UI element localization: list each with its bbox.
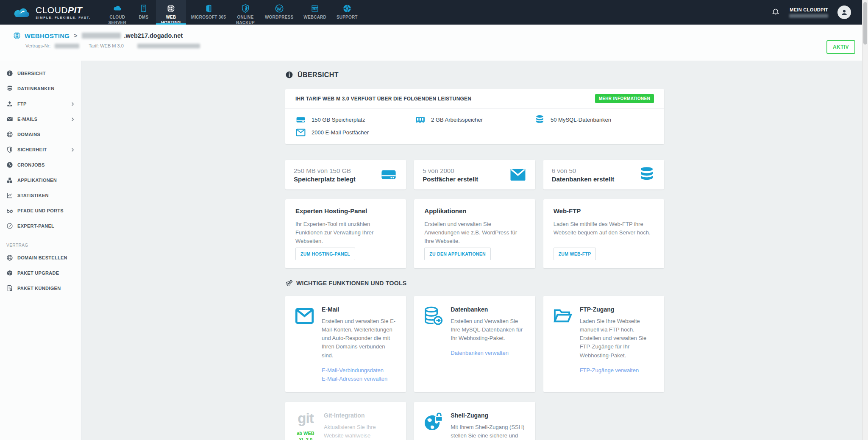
- notifications-bell-icon[interactable]: [771, 8, 780, 17]
- user-label: MEIN CLOUDPIT: [790, 7, 828, 12]
- webhosting-globe-icon: [13, 31, 21, 40]
- page-title-text: ÜBERSICHT: [298, 71, 339, 79]
- sidebar-item-pfade-und-ports[interactable]: PFADE UND PORTS: [0, 203, 81, 218]
- email-adressen-verwalten-link[interactable]: E-Mail-Adressen verwalten: [322, 376, 397, 382]
- sidebar-item-statistiken[interactable]: STATISTIKEN: [0, 188, 81, 203]
- web-globe-icon: [166, 4, 175, 13]
- scrollbar-thumb[interactable]: [863, 2, 867, 45]
- nav-item-web-hosting[interactable]: WEB HOSTING: [156, 0, 186, 25]
- lifebuoy-icon: [342, 4, 352, 13]
- main-content: ÜBERSICHT IHR TARIF WEB M 3.0 VERFÜGT ÜB…: [81, 61, 868, 440]
- empty-grid-cell: [543, 402, 664, 440]
- tariff-feature-mysql: 50 MySQL-Datenbanken: [534, 114, 654, 125]
- tools-section-title: WICHTIGE FUNKTIONEN UND TOOLS: [296, 280, 406, 287]
- stat-card-postfaecher: 5 von 2000 Postfächer erstellt: [414, 160, 535, 189]
- primary-nav: CLOUD SERVER DMS: [103, 0, 363, 25]
- harddrive-icon: [295, 114, 306, 125]
- breadcrumb-webhosting-link[interactable]: WEBHOSTING: [25, 32, 70, 39]
- sidebar-section-vertrag: VERTRAG: [0, 234, 81, 250]
- info-icon: [6, 70, 13, 77]
- nav-item-dms[interactable]: DMS: [131, 0, 156, 25]
- zu-den-applikationen-button[interactable]: ZU DEN APPLIKATIONEN: [424, 248, 491, 260]
- card-git-integration: git ab WEB XL 3.0 Git-Integration Aktual…: [285, 402, 406, 440]
- breadcrumb-separator: >: [74, 32, 77, 39]
- gauge-icon: [6, 223, 13, 229]
- zum-hosting-panel-button[interactable]: ZUM HOSTING-PANEL: [295, 248, 355, 260]
- cloud-logo-icon: [12, 6, 31, 19]
- nav-item-cloud-server[interactable]: CLOUD SERVER: [103, 0, 131, 25]
- nav-item-microsoft-365[interactable]: MICROSOFT 365: [186, 0, 231, 25]
- nav-item-webcard[interactable]: WEBCARD: [298, 0, 331, 25]
- card-hosting-panel: Experten Hosting-Panel Ihr Experten-Tool…: [285, 199, 406, 268]
- database-icon: [638, 166, 656, 184]
- envelope-icon: [509, 166, 527, 184]
- status-badge: AKTIV: [826, 40, 855, 54]
- nav-item-online-backup[interactable]: ONLINE BACKUP: [231, 0, 260, 25]
- cloudpit-logo[interactable]: CLOUDPIT SIMPLE. FLEXIBLE. FAST.: [0, 0, 103, 25]
- upload-icon: [6, 100, 13, 107]
- database-icon: [534, 114, 545, 125]
- navbar-right: MEIN CLOUDPIT: [771, 0, 868, 25]
- package-icon: [6, 270, 13, 276]
- wordpress-icon: [275, 4, 284, 13]
- ram-icon: [415, 114, 426, 125]
- ftp-zugaenge-verwalten-link[interactable]: FTP-Zugänge verwalten: [580, 367, 655, 373]
- sidebar-item-paket-kuendigen[interactable]: PAKET KÜNDIGEN: [0, 281, 81, 296]
- card-email: E-Mail Erstellen und verwalten Sie E-Mai…: [285, 296, 406, 392]
- stat-card-datenbanken: 6 von 50 Datenbanken erstellt: [543, 160, 664, 189]
- top-navbar: CLOUDPIT SIMPLE. FLEXIBLE. FAST. CLOUD S…: [0, 0, 868, 25]
- card-shell-zugang: Shell-Zugang Mit Ihrem Shell-Zugang (SSH…: [414, 402, 535, 440]
- ip-address-redacted: [137, 44, 200, 48]
- mehr-informationen-button[interactable]: MEHR INFORMATIONEN: [595, 94, 654, 103]
- sidebar: ÜBERSICHT DATENBANKEN FTP: [0, 61, 81, 440]
- chart-icon: [6, 192, 13, 199]
- envelope-icon: [295, 127, 306, 138]
- sidebar-item-sicherheit[interactable]: SICHERHEIT: [0, 142, 81, 157]
- sidebar-item-emails[interactable]: E-MAILS: [0, 111, 81, 127]
- domain-prefix-redacted: [82, 33, 121, 39]
- card-datenbanken: Datenbanken Erstellen und Verwalten Sie …: [414, 296, 535, 392]
- nav-item-wordpress[interactable]: WORDPRESS: [260, 0, 298, 25]
- card-ftp-zugang: FTP-Zugang Laden Sie Ihre Webseite manue…: [543, 296, 664, 392]
- microsoft-365-icon: [204, 4, 213, 13]
- globe-icon: [6, 254, 13, 261]
- sidebar-item-applikationen[interactable]: APPLIKATIONEN: [0, 173, 81, 188]
- zum-web-ftp-button[interactable]: ZUM WEB-FTP: [554, 248, 596, 260]
- sidebar-item-ftp[interactable]: FTP: [0, 96, 81, 111]
- document-cancel-icon: [6, 285, 13, 292]
- receipt-icon: [139, 4, 148, 13]
- sidebar-item-domains[interactable]: DOMAINS: [0, 127, 81, 142]
- shield-backup-icon: [241, 4, 250, 13]
- vertical-scrollbar[interactable]: [862, 0, 868, 440]
- folder-open-icon: [553, 306, 573, 326]
- user-menu[interactable]: MEIN CLOUDPIT: [789, 7, 828, 18]
- sidebar-item-domain-bestellen[interactable]: DOMAIN BESTELLEN: [0, 250, 81, 265]
- envelope-icon: [295, 306, 314, 326]
- nav-item-support[interactable]: SUPPORT: [331, 0, 363, 25]
- page-title: ÜBERSICHT: [285, 71, 664, 79]
- active-tab-indicator: [156, 23, 186, 25]
- tariff-feature-postfaecher: 2000 E-Mail Postfächer: [295, 127, 415, 138]
- chevron-right-icon: [70, 117, 75, 122]
- brand-name: CLOUDPIT: [36, 6, 91, 14]
- globe-icon: [6, 131, 13, 138]
- contract-number-label: Vertrags-Nr:: [25, 43, 50, 48]
- tariff-card: IHR TARIF WEB M 3.0 VERFÜGT ÜBER DIE FOL…: [285, 89, 664, 144]
- gears-icon: [285, 279, 293, 287]
- datenbanken-verwalten-link[interactable]: Datenbanken verwalten: [451, 350, 526, 356]
- sidebar-item-uebersicht[interactable]: ÜBERSICHT: [0, 66, 81, 81]
- usage-stats-row: 250 MB von 150 GB Speicherplatz belegt 5…: [285, 160, 664, 189]
- database-icon: [6, 85, 13, 92]
- clock-icon: [6, 162, 13, 168]
- bottom-cards-row: git ab WEB XL 3.0 Git-Integration Aktual…: [285, 402, 664, 440]
- sidebar-item-cronjobs[interactable]: CRONJOBS: [0, 157, 81, 173]
- contract-number-redacted: [55, 44, 79, 48]
- git-logo: git: [298, 412, 313, 425]
- sidebar-item-paket-upgrade[interactable]: PAKET UPGRADE: [0, 265, 81, 281]
- sidebar-item-expert-panel[interactable]: EXPERT-PANEL: [0, 218, 81, 234]
- chevron-right-icon: [70, 102, 75, 106]
- contract-info-row: Vertrags-Nr: Tarif: WEB M 3.0: [25, 43, 845, 48]
- avatar[interactable]: [837, 6, 851, 19]
- email-verbindungsdaten-link[interactable]: E-Mail-Verbindungsdaten: [322, 367, 397, 373]
- sidebar-item-datenbanken[interactable]: DATENBANKEN: [0, 81, 81, 96]
